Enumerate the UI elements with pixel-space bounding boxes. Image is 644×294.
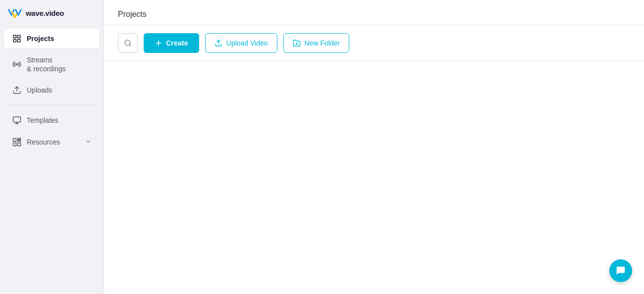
upload-icon (215, 39, 222, 47)
chat-support-button[interactable] (609, 259, 632, 282)
upload-video-button[interactable]: Upload Video (205, 33, 277, 53)
create-label: Create (166, 39, 188, 47)
new-folder-icon (293, 39, 301, 47)
resources-chevron-down-icon (85, 138, 92, 147)
projects-icon (12, 34, 22, 44)
content-area (104, 61, 644, 294)
sidebar-item-streams-label: Streams& recordings (27, 55, 66, 73)
logo-text: wave.video (26, 9, 64, 17)
logo-area: wave.video (0, 8, 104, 28)
sidebar-divider (8, 105, 96, 105)
new-folder-button[interactable]: New Folder (283, 33, 350, 53)
streams-icon (12, 59, 22, 69)
chat-icon (615, 265, 626, 276)
toolbar: Create Upload Video New Folder (104, 25, 644, 61)
svg-rect-9 (13, 139, 16, 142)
svg-rect-1 (18, 35, 20, 38)
new-folder-label: New Folder (305, 39, 340, 47)
svg-rect-10 (13, 143, 16, 146)
sidebar-item-projects-label: Projects (27, 34, 54, 43)
resources-icon (12, 137, 22, 147)
uploads-icon (12, 85, 22, 95)
sidebar-item-uploads-label: Uploads (27, 86, 52, 95)
plus-icon (155, 39, 162, 47)
sidebar-item-templates-label: Templates (27, 116, 58, 125)
logo-icon (8, 8, 22, 18)
svg-rect-6 (13, 117, 21, 123)
sidebar-item-streams[interactable]: Streams& recordings (4, 50, 100, 78)
sidebar-item-projects[interactable]: Projects (4, 29, 100, 49)
upload-video-label: Upload Video (226, 39, 268, 47)
svg-rect-3 (18, 40, 20, 42)
sidebar-item-resources[interactable]: Resources (4, 132, 100, 152)
sidebar-item-resources-label: Resources (27, 138, 60, 147)
sidebar-item-uploads[interactable]: Uploads (4, 80, 100, 100)
search-icon (124, 39, 132, 47)
svg-rect-2 (13, 40, 16, 42)
search-button[interactable] (118, 33, 138, 53)
svg-line-12 (129, 45, 131, 46)
svg-point-4 (16, 64, 18, 65)
svg-rect-0 (13, 35, 16, 38)
page-title: Projects (118, 10, 630, 19)
templates-icon (12, 115, 22, 125)
sidebar: wave.video Projects Streams& recordings (0, 0, 104, 294)
create-button[interactable]: Create (144, 33, 199, 53)
main-content: Projects Create Upload Video (104, 0, 644, 294)
page-header: Projects (104, 0, 644, 25)
sidebar-item-templates[interactable]: Templates (4, 110, 100, 130)
